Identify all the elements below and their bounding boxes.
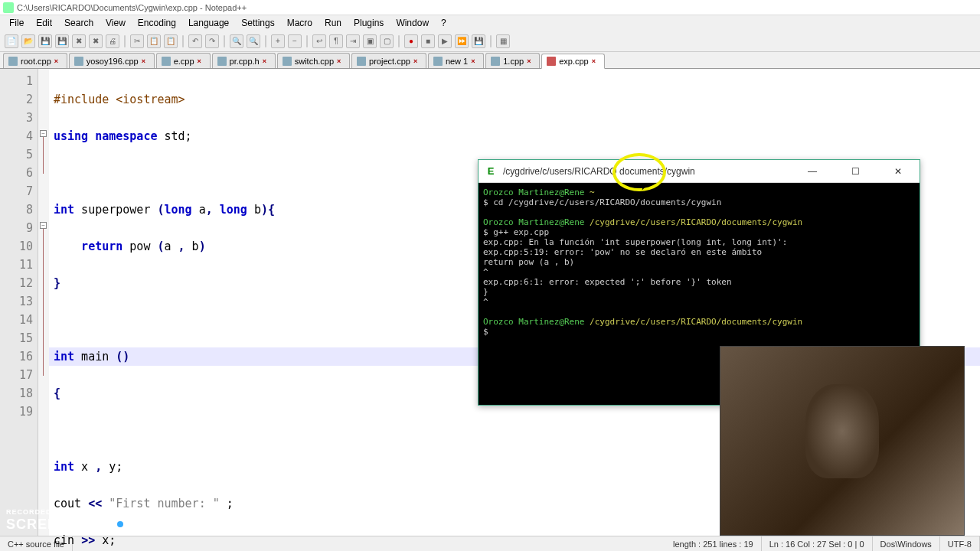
unfold-icon[interactable]: ▢ [380, 34, 394, 48]
wrap-icon[interactable]: ↩ [312, 34, 326, 48]
watermark-line2: SCREENCASTMATIC [6, 516, 178, 533]
tab-label: new 1 [446, 57, 468, 66]
tab-new1[interactable]: new 1× [428, 53, 484, 68]
file-icon [283, 57, 292, 66]
tab-root[interactable]: root.cpp× [3, 53, 67, 68]
webcam-overlay [720, 346, 965, 536]
terminal-titlebar[interactable]: E /cygdrive/c/users/RICARDO documents/cy… [479, 160, 920, 183]
file-icon [547, 57, 556, 66]
screencast-watermark: RECORDED WITH SCREENCASTMATIC [6, 508, 178, 533]
menu-window[interactable]: Window [390, 16, 435, 30]
watermark-logo-icon [112, 516, 129, 533]
indent-icon[interactable]: ⇥ [346, 34, 360, 48]
menu-settings[interactable]: Settings [235, 16, 280, 30]
new-icon[interactable]: 📄 [5, 34, 18, 48]
terminal-title: /cygdrive/c/users/RICARDO documents/cygw… [503, 166, 695, 177]
separator [124, 35, 126, 47]
tab-label: e.cpp [174, 57, 194, 66]
tab-project[interactable]: project.cpp× [351, 53, 426, 68]
menu-help[interactable]: ? [435, 16, 452, 30]
savemacro-icon[interactable]: 💾 [472, 34, 485, 48]
saveall-icon[interactable]: 💾 [55, 34, 69, 48]
watermark-line1: RECORDED WITH [6, 508, 178, 516]
close-tab-icon[interactable]: × [592, 57, 599, 65]
tab-label: root.cpp [21, 57, 51, 66]
close-button[interactable]: ✕ [883, 163, 913, 180]
fold-marker-icon[interactable]: − [40, 222, 47, 229]
file-icon [433, 57, 443, 66]
open-icon[interactable]: 📂 [21, 34, 35, 48]
find-icon[interactable]: 🔍 [230, 34, 243, 48]
separator [224, 35, 225, 47]
tab-e[interactable]: e.cpp× [156, 53, 211, 68]
tab-yosoy196[interactable]: yosoy196.cpp× [69, 53, 155, 68]
record-icon[interactable]: ● [404, 34, 418, 48]
copy-icon[interactable]: 📋 [147, 34, 161, 48]
tab-switch[interactable]: switch.cpp× [277, 53, 350, 68]
tab-label: pr.cpp.h [230, 57, 260, 66]
misc-icon[interactable]: ▦ [496, 34, 510, 48]
line-gutter: 12345678910111213141516171819 [0, 69, 38, 536]
window-titlebar: C:\Users\RICARDO\Documents\Cygwin\exp.cp… [0, 0, 980, 15]
playmulti-icon[interactable]: ⏩ [455, 34, 469, 48]
redo-icon[interactable]: ↷ [205, 34, 219, 48]
separator [265, 35, 266, 47]
menu-run[interactable]: Run [318, 16, 348, 30]
close-tab-icon[interactable]: × [54, 57, 62, 65]
tab-label: yosoy196.cpp [87, 57, 139, 66]
file-icon [357, 57, 366, 66]
tab-1cpp[interactable]: 1.cpp× [485, 53, 540, 68]
paste-icon[interactable]: 📋 [164, 34, 178, 48]
tab-pr[interactable]: pr.cpp.h× [212, 53, 276, 68]
menu-language[interactable]: Language [182, 16, 235, 30]
fold-line [43, 137, 44, 174]
separator [306, 35, 308, 47]
close-tab-icon[interactable]: × [263, 57, 270, 65]
file-icon [162, 57, 171, 66]
stop-icon[interactable]: ■ [421, 34, 435, 48]
replace-icon[interactable]: 🔍 [247, 34, 260, 48]
fold-line [43, 229, 44, 376]
maximize-button[interactable]: ☐ [840, 163, 871, 180]
print-icon[interactable]: 🖨 [106, 34, 119, 48]
tab-label: project.cpp [369, 57, 410, 66]
cut-icon[interactable]: ✂ [130, 34, 144, 48]
fold-margin[interactable]: − − [38, 69, 49, 536]
separator [490, 35, 492, 47]
menu-edit[interactable]: Edit [30, 16, 58, 30]
close-tab-icon[interactable]: × [337, 57, 345, 65]
fold-marker-icon[interactable]: − [40, 130, 47, 137]
tab-label: 1.cpp [503, 57, 524, 66]
menu-macro[interactable]: Macro [281, 16, 318, 30]
tab-exp[interactable]: exp.cpp× [541, 54, 605, 69]
save-icon[interactable]: 💾 [38, 34, 52, 48]
chars-icon[interactable]: ¶ [329, 34, 343, 48]
closeall-icon[interactable]: ✖ [89, 34, 103, 48]
tab-bar: root.cpp× yosoy196.cpp× e.cpp× pr.cpp.h×… [0, 52, 980, 69]
menubar: File Edit Search View Encoding Language … [0, 15, 980, 31]
play-icon[interactable]: ▶ [438, 34, 452, 48]
close-tab-icon[interactable]: × [471, 57, 479, 65]
close-tab-icon[interactable]: × [527, 57, 534, 65]
menu-plugins[interactable]: Plugins [348, 16, 390, 30]
zoomout-icon[interactable]: − [288, 34, 302, 48]
undo-icon[interactable]: ↶ [188, 34, 202, 48]
close-tab-icon[interactable]: × [413, 57, 421, 65]
menu-encoding[interactable]: Encoding [132, 16, 182, 30]
zoomin-icon[interactable]: + [271, 34, 285, 48]
tab-label: exp.cpp [559, 57, 589, 66]
fold-icon[interactable]: ▣ [363, 34, 377, 48]
file-icon [8, 57, 18, 66]
close-icon[interactable]: ✖ [72, 34, 86, 48]
minimize-button[interactable]: — [797, 163, 828, 180]
file-icon [217, 57, 227, 66]
menu-file[interactable]: File [3, 16, 30, 30]
file-icon [491, 57, 500, 66]
close-tab-icon[interactable]: × [142, 57, 149, 65]
menu-view[interactable]: View [100, 16, 132, 30]
separator [182, 35, 184, 47]
file-icon [74, 57, 83, 66]
menu-search[interactable]: Search [58, 16, 100, 30]
close-tab-icon[interactable]: × [198, 57, 205, 65]
tab-label: switch.cpp [295, 57, 334, 66]
